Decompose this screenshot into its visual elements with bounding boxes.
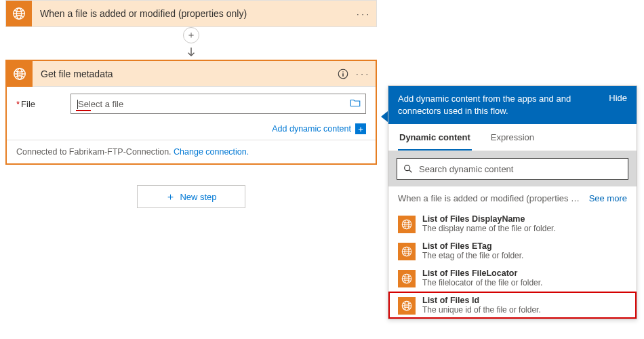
connector: ＋ [5, 27, 377, 60]
hide-panel-link[interactable]: Hide [602, 93, 627, 117]
globe-icon [398, 270, 416, 287]
action-title: Get file metadata [33, 68, 334, 79]
group-title: When a file is added or modified (proper… [398, 193, 589, 203]
more-button[interactable]: · · · [353, 64, 371, 83]
info-button[interactable] [334, 64, 353, 83]
dynamic-content-item[interactable]: List of Files ETagThe etag of the file o… [388, 237, 637, 264]
item-name: List of Files Id [422, 296, 541, 305]
more-button[interactable]: · · · [353, 4, 372, 23]
globe-icon [398, 297, 416, 315]
tab-expression[interactable]: Expression [489, 124, 536, 151]
item-name: List of Files FileLocator [422, 268, 542, 278]
search-icon [403, 163, 414, 174]
item-desc: The etag of the file or folder. [422, 251, 523, 260]
folder-icon[interactable] [349, 97, 361, 111]
dynamic-content-panel: Add dynamic content from the apps and an… [388, 85, 637, 319]
item-name: List of Files ETag [422, 241, 523, 251]
globe-icon [398, 216, 416, 233]
change-connection-link[interactable]: Change connection. [174, 147, 249, 157]
new-step-button[interactable]: ＋New step [137, 185, 245, 208]
panel-pointer [381, 111, 388, 122]
dynamic-content-item[interactable]: List of Files FileLocatorThe filelocator… [388, 264, 637, 292]
search-input[interactable]: Search dynamic content [397, 158, 628, 180]
panel-description: Add dynamic content from the apps and an… [398, 93, 602, 117]
connection-footer: Connected to Fabrikam-FTP-Connection. Ch… [7, 140, 376, 163]
plus-icon[interactable]: + [355, 123, 366, 134]
item-name: List of Files DisplayName [422, 214, 556, 224]
globe-icon [7, 61, 33, 87]
insert-step-button[interactable]: ＋ [183, 27, 199, 43]
file-input[interactable]: Select a file [71, 94, 366, 114]
arrow-down-icon [185, 45, 197, 60]
tab-dynamic-content[interactable]: Dynamic content [398, 124, 472, 151]
trigger-card[interactable]: When a file is added or modified (proper… [5, 0, 377, 27]
item-desc: The filelocator of the file or folder. [422, 278, 542, 287]
dynamic-content-item[interactable]: List of Files DisplayNameThe display nam… [388, 210, 637, 237]
trigger-title: When a file is added or modified (proper… [32, 8, 353, 19]
action-card[interactable]: Get file metadata · · · *File Select a f… [5, 60, 377, 165]
item-desc: The display name of the file or folder. [422, 224, 556, 233]
globe-icon [6, 1, 32, 26]
file-field-label: *File [16, 99, 64, 109]
add-dynamic-content-link[interactable]: Add dynamic content [272, 124, 351, 134]
see-more-link[interactable]: See more [589, 193, 627, 203]
item-desc: The unique id of the file or folder. [422, 305, 541, 315]
globe-icon [398, 243, 416, 260]
dynamic-content-item[interactable]: List of Files IdThe unique id of the fil… [388, 292, 637, 319]
